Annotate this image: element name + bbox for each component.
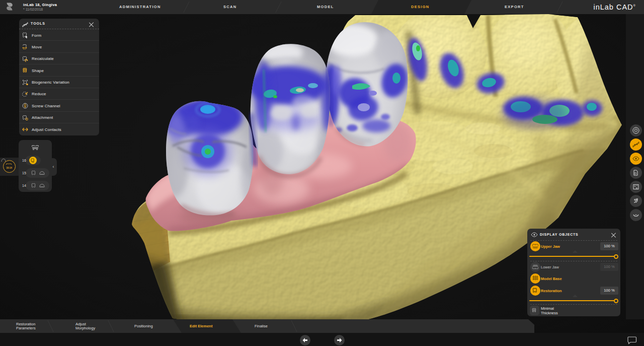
svg-text:16-14: 16-14 <box>6 167 12 169</box>
